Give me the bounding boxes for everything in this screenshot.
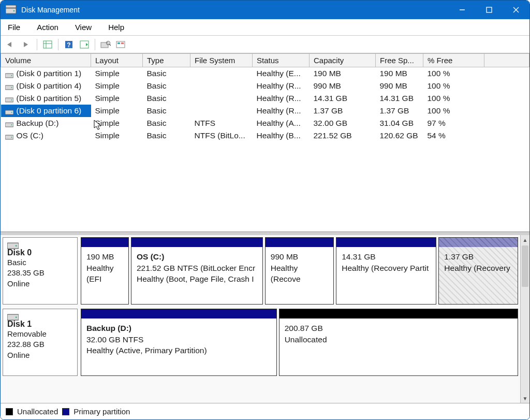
partition-line1: 990 MB (271, 251, 328, 263)
scroll-down-icon[interactable]: ▼ (521, 394, 529, 403)
partitions: Backup (D:) 32.00 GB NTFS Healthy (Activ… (81, 309, 518, 376)
disk-icon (7, 241, 19, 247)
partition-box[interactable]: 200.87 GB Unallocated (279, 309, 518, 376)
partition-header (439, 238, 518, 247)
disk-label[interactable]: Disk 0 Basic 238.35 GB Online (3, 237, 78, 305)
menu-help[interactable]: Help (106, 22, 126, 33)
disk-name: Disk 1 (7, 320, 73, 329)
properties-button[interactable] (98, 38, 113, 51)
menu-action[interactable]: Action (35, 22, 61, 33)
disk-state: Online (7, 279, 73, 289)
col-pct[interactable]: % Free (423, 54, 484, 67)
cell-pct: 100 % (423, 80, 484, 92)
show-hide-tree-button[interactable] (40, 38, 55, 51)
partition-box[interactable]: Backup (D:) 32.00 GB NTFS Healthy (Activ… (81, 309, 277, 376)
drive-icon (5, 108, 13, 114)
col-layout[interactable]: Layout (91, 54, 143, 67)
cell-status: Healthy (E... (253, 67, 310, 80)
scroll-thumb[interactable] (522, 245, 528, 287)
nav-forward-button[interactable] (19, 38, 34, 51)
legend-swatch-unallocated (6, 408, 13, 415)
disk-row: Disk 0 Basic 238.35 GB Online 190 MB Hea… (3, 237, 518, 305)
volume-name: (Disk 0 partition 1) (17, 69, 82, 78)
partition-line2: Unallocated (285, 334, 512, 345)
volume-list[interactable]: Volume Layout Type File System Status Ca… (1, 53, 529, 232)
drive-icon (5, 95, 13, 102)
cell-layout: Simple (91, 92, 143, 105)
cell-capacity: 14.31 GB (310, 92, 376, 105)
disk-icon (7, 312, 19, 318)
col-capacity[interactable]: Capacity (310, 54, 376, 67)
partition-box[interactable]: 14.31 GB Healthy (Recovery Partit (336, 237, 436, 305)
nav-back-button[interactable] (4, 38, 18, 51)
volume-row[interactable]: Backup (D:)SimpleBasicNTFSHealthy (A...3… (1, 117, 529, 129)
col-volume[interactable]: Volume (1, 54, 91, 67)
volume-name: (Disk 0 partition 4) (17, 81, 82, 90)
cell-type: Basic (143, 67, 190, 80)
refresh-button[interactable] (77, 38, 92, 51)
col-status[interactable]: Status (253, 54, 310, 67)
help-button[interactable]: ? (62, 38, 76, 51)
cell-status: Healthy (R... (253, 80, 310, 92)
cell-fs (190, 92, 253, 105)
menu-file[interactable]: File (6, 22, 22, 33)
volume-row[interactable]: (Disk 0 partition 1)SimpleBasicHealthy (… (1, 67, 529, 80)
partition-box[interactable]: 190 MB Healthy (EFI (81, 237, 129, 305)
options-button[interactable] (114, 38, 128, 51)
cell-pct: 100 % (423, 105, 484, 117)
partition-line2: Healthy (Recove (271, 263, 328, 285)
volume-row[interactable]: OS (C:)SimpleBasicNTFS (BitLo...Healthy … (1, 129, 529, 142)
cell-type: Basic (143, 92, 190, 105)
col-free[interactable]: Free Sp... (376, 54, 423, 67)
partition-line1: 190 MB (86, 251, 123, 263)
svg-point-33 (11, 137, 12, 138)
svg-rect-9 (43, 41, 52, 48)
disk-state: Online (7, 350, 73, 360)
vertical-scrollbar[interactable]: ▲ ▼ (520, 235, 529, 403)
disk-kind: Basic (7, 257, 73, 268)
disk-label[interactable]: Disk 1 Removable 232.88 GB Online (3, 309, 78, 376)
col-type[interactable]: Type (143, 54, 190, 67)
col-spare[interactable] (484, 54, 529, 67)
scroll-up-icon[interactable]: ▲ (521, 235, 529, 244)
cell-capacity: 190 MB (310, 67, 376, 80)
cell-layout: Simple (91, 67, 143, 80)
col-fs[interactable]: File System (190, 54, 253, 67)
partition-box[interactable]: 1.37 GB Healthy (Recovery (438, 237, 518, 305)
window-title: Disk Management (21, 6, 80, 14)
svg-point-23 (11, 75, 12, 76)
partition-header (266, 238, 333, 247)
cell-fs: NTFS (190, 117, 253, 129)
volume-row[interactable]: (Disk 0 partition 4)SimpleBasicHealthy (… (1, 80, 529, 92)
cell-layout: Simple (91, 80, 143, 92)
drive-icon (5, 71, 13, 77)
titlebar[interactable]: Disk Management (1, 1, 529, 19)
menu-view[interactable]: View (73, 22, 94, 33)
cell-free: 190 MB (376, 67, 423, 80)
svg-text:?: ? (67, 41, 70, 49)
volume-name: Backup (D:) (17, 119, 59, 127)
cell-layout: Simple (91, 129, 143, 142)
volume-row[interactable]: (Disk 0 partition 6)SimpleBasicHealthy (… (1, 105, 529, 117)
volume-row[interactable]: (Disk 0 partition 5)SimpleBasicHealthy (… (1, 92, 529, 105)
minimize-button[interactable] (449, 1, 476, 19)
svg-point-38 (16, 316, 17, 318)
column-headers[interactable]: Volume Layout Type File System Status Ca… (1, 54, 529, 67)
cell-free: 1.37 GB (376, 105, 423, 117)
cell-type: Basic (143, 105, 190, 117)
cell-free: 14.31 GB (376, 92, 423, 105)
partition-line1: 200.87 GB (285, 323, 512, 334)
maximize-button[interactable] (476, 1, 503, 19)
cell-free: 120.62 GB (376, 129, 423, 142)
partition-box[interactable]: OS (C:) 221.52 GB NTFS (BitLocker Encr H… (131, 237, 263, 305)
cell-capacity: 221.52 GB (310, 129, 376, 142)
cell-status: Healthy (R... (253, 105, 310, 117)
volume-name: OS (C:) (17, 131, 44, 140)
cell-fs (190, 67, 253, 80)
cell-pct: 100 % (423, 92, 484, 105)
close-button[interactable] (503, 1, 529, 19)
cell-fs: NTFS (BitLo... (190, 129, 253, 142)
cell-type: Basic (143, 129, 190, 142)
partition-box[interactable]: 990 MB Healthy (Recove (265, 237, 334, 305)
cell-capacity: 32.00 GB (310, 117, 376, 129)
